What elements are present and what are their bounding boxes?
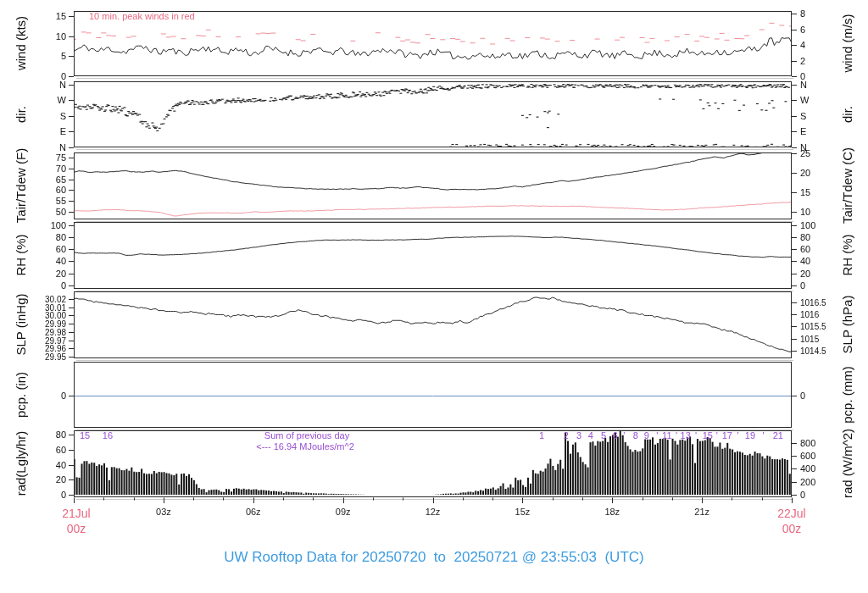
rad-sum-note-line2: <--- 16.94 MJoules/m^2 <box>256 441 354 452</box>
peak-wind-note: 10 min. peak winds in red <box>89 11 195 21</box>
x-start-date-label: 21Jul <box>62 507 90 520</box>
rad-sum-note-line1: Sum of previous day <box>264 430 349 441</box>
axis-title-pcp-left: pcp. (in) <box>14 372 28 418</box>
meteogram-plot-canvas <box>0 0 868 593</box>
axis-title-slp-left: SLP (inHg) <box>14 293 28 355</box>
axis-title-rad-right: rad (W/m^2) <box>840 429 854 498</box>
axis-title-rh-left: RH (%) <box>14 234 28 275</box>
axis-title-dir-left: dir. <box>14 106 28 123</box>
x-start-hour-label: 00z <box>67 522 86 535</box>
meteogram: wind (kts) dir. Tair/Tdew (F) RH (%) SLP… <box>0 0 868 593</box>
axis-title-dir-right: dir. <box>840 106 854 123</box>
axis-title-rad-left: rad(Lgly/hr) <box>14 431 28 496</box>
axis-title-slp-right: SLP (hPa) <box>840 296 854 354</box>
x-end-hour-label: 00z <box>782 522 802 535</box>
axis-title-wind-right: wind (m/s) <box>840 14 854 72</box>
plot-title: UW Rooftop Data for 20250720 to 20250721… <box>224 549 643 566</box>
axis-title-rh-right: RH (%) <box>840 234 854 275</box>
axis-title-wind-left: wind (kts) <box>14 16 28 70</box>
axis-title-temp-right: Tair/Tdew (C) <box>840 147 854 224</box>
axis-title-temp-left: Tair/Tdew (F) <box>14 148 28 223</box>
x-end-date-label: 22Jul <box>777 507 805 520</box>
axis-title-pcp-right: pcp. (mm) <box>840 366 854 424</box>
